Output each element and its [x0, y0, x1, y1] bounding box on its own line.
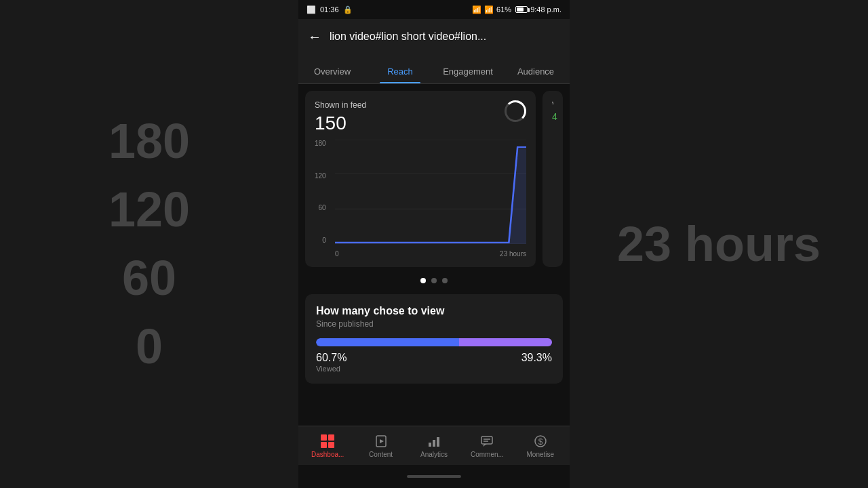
lock-icon: 🔒: [343, 5, 353, 14]
status-bar: ⬜ 01:36 🔒 📶 📶 61% 9:48 p.m.: [298, 0, 570, 19]
progress-purple: [459, 338, 552, 346]
view-card-subtitle: Since published: [316, 319, 552, 329]
y-label-0: 0: [322, 237, 326, 244]
home-indicator: [298, 465, 570, 488]
home-bar: [407, 475, 461, 478]
dashboard-grid: [321, 434, 334, 448]
content-icon: [373, 433, 389, 449]
nav-analytics-label: Analytics: [420, 451, 448, 458]
bottom-nav: Dashboa... Content Analytics: [298, 426, 570, 465]
nav-content[interactable]: Content: [354, 433, 407, 458]
svg-rect-7: [429, 443, 431, 447]
view-card-title: How many chose to view: [316, 305, 552, 317]
monetise-icon: $: [532, 433, 549, 449]
progress-left-group: 60.7% Viewed: [316, 352, 347, 373]
tab-audience[interactable]: Audience: [502, 66, 570, 83]
signal-icon: 📶: [484, 5, 494, 14]
tab-overview[interactable]: Overview: [298, 66, 366, 83]
dot-2[interactable]: [431, 278, 437, 283]
chart-svg: [335, 140, 526, 244]
comments-svg: [480, 434, 494, 448]
dashboard-icon: [319, 433, 336, 449]
chart-canvas: [335, 140, 526, 244]
chart-area: 180 120 60 0: [315, 140, 526, 258]
nav-content-label: Content: [369, 451, 393, 458]
comments-icon: [479, 433, 495, 449]
bg-left-panel: 180 120 60 0: [0, 0, 298, 488]
dot-1[interactable]: [420, 278, 426, 283]
content-svg: [374, 434, 388, 448]
cards-row: Shown in feed 150 180 120 60 0: [305, 91, 563, 267]
svg-rect-9: [437, 437, 439, 447]
svg-rect-10: [481, 436, 492, 444]
analytics-icon: [426, 433, 442, 449]
monetise-svg: $: [534, 434, 547, 448]
battery-pct: 61%: [496, 5, 511, 14]
svg-text:$: $: [538, 437, 542, 447]
progress-left-value: 60.7%: [316, 352, 347, 364]
phone-frame: ⬜ 01:36 🔒 📶 📶 61% 9:48 p.m. ← lion video…: [298, 0, 570, 488]
status-left: ⬜ 01:36 🔒: [307, 5, 353, 14]
loading-spinner: [505, 100, 526, 122]
progress-labels: 60.7% Viewed 39.3%: [316, 352, 552, 373]
chart-x-labels: 0 23 hours: [335, 250, 526, 258]
tab-engagement[interactable]: Engagement: [434, 66, 502, 83]
wifi-icon: 📶: [472, 5, 481, 14]
progress-left-sub: Viewed: [316, 365, 347, 373]
x-label-hours: 23 hours: [500, 250, 526, 258]
nav-dashboard[interactable]: Dashboa...: [301, 433, 354, 458]
progress-bar: [316, 338, 552, 346]
shown-in-feed-card: Shown in feed 150 180 120 60 0: [305, 91, 536, 267]
view-card: How many chose to view Since published 6…: [305, 294, 563, 384]
screen-icon: ⬜: [307, 5, 316, 14]
time-right: 9:48 p.m.: [530, 5, 561, 14]
chart-y-labels: 180 120 60 0: [315, 140, 329, 244]
partial-card: V 4: [542, 91, 563, 267]
main-content: Shown in feed 150 180 120 60 0: [298, 84, 570, 426]
tab-reach[interactable]: Reach: [366, 66, 434, 83]
bg-left-numbers: 180 120 60 0: [108, 107, 190, 380]
partial-green-text: 4: [552, 111, 553, 122]
header: ← lion video#lion short video#lion...: [298, 19, 570, 54]
card-value: 150: [315, 113, 366, 134]
nav-analytics[interactable]: Analytics: [408, 433, 460, 458]
nav-monetise[interactable]: $ Monetise: [514, 433, 567, 458]
y-label-180: 180: [315, 140, 326, 147]
svg-marker-6: [380, 439, 384, 443]
back-button[interactable]: ←: [308, 29, 321, 45]
dot-3[interactable]: [442, 278, 448, 283]
card-label: Shown in feed: [315, 100, 366, 110]
svg-rect-8: [433, 440, 435, 447]
status-right: 📶 📶 61% 9:48 p.m.: [472, 5, 561, 14]
nav-comments-label: Commen...: [471, 451, 504, 458]
y-label-60: 60: [319, 204, 326, 211]
svg-marker-4: [335, 147, 526, 244]
analytics-svg: [427, 434, 441, 448]
bg-right-text: 23 hours: [617, 210, 821, 279]
partial-card-content: V: [552, 100, 553, 108]
pagination-dots: [305, 274, 563, 287]
tabs-bar: Overview Reach Engagement Audience: [298, 54, 570, 84]
progress-right-value: 39.3%: [521, 352, 552, 373]
progress-blue: [316, 338, 459, 346]
time-left: 01:36: [320, 5, 339, 14]
battery-icon: [515, 6, 528, 13]
nav-monetise-label: Monetise: [527, 451, 555, 458]
page-title: lion video#lion short video#lion...: [330, 30, 486, 43]
nav-dashboard-label: Dashboa...: [311, 451, 344, 458]
y-label-120: 120: [315, 172, 326, 180]
x-label-0: 0: [335, 250, 339, 258]
card-header: Shown in feed 150: [315, 100, 526, 134]
nav-comments[interactable]: Commen...: [460, 433, 513, 458]
bg-right-panel: 23 hours: [570, 0, 868, 488]
